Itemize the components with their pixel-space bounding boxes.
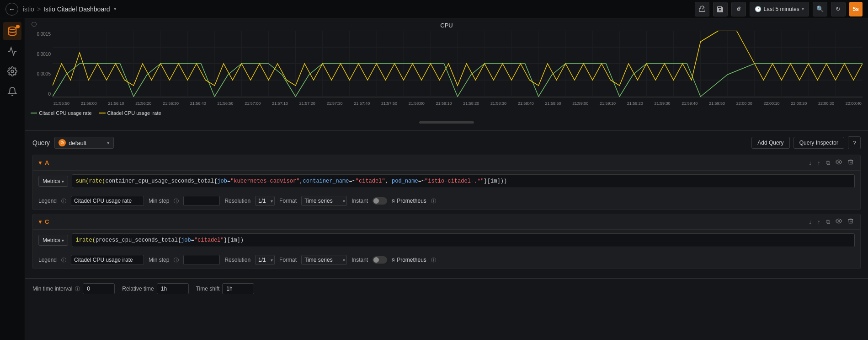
relative-time-input[interactable] (157, 283, 189, 294)
sidebar-item-visualizations[interactable] (3, 42, 21, 60)
chart-info-icon[interactable]: ⓘ (32, 21, 37, 28)
query-c-toggle-visibility[interactable] (834, 217, 844, 227)
query-a-minstep-input[interactable] (183, 196, 220, 206)
query-c-minstep-label: Min step (149, 257, 169, 263)
sidebar-item-alerts[interactable] (3, 82, 21, 101)
query-a-instant-toggle[interactable] (373, 197, 387, 205)
chevron-down-icon: ▾ (802, 6, 804, 11)
query-c-legend-label: Legend (38, 257, 57, 263)
refresh-rate-badge[interactable]: 5s (849, 2, 863, 16)
legend-rate[interactable]: Citadel CPU usage rate (31, 110, 92, 116)
query-c-actions: ↓ ↑ ⧉ (807, 217, 856, 227)
sidebar-item-settings[interactable] (3, 62, 21, 81)
query-c-copy[interactable]: ⧉ (824, 217, 832, 227)
query-a-resolution-select[interactable]: 1/1 1/2 1/3 (255, 196, 275, 206)
query-a-resolution-label: Resolution (224, 198, 250, 204)
expr-a-func: sum(rate( (76, 178, 106, 184)
query-a-metrics-row: Metrics ▾ sum(rate(container_cpu_usage_s… (38, 174, 855, 188)
query-a-legend-info[interactable]: ⓘ (61, 198, 66, 205)
back-button[interactable]: ← (5, 3, 18, 16)
settings-button[interactable] (731, 2, 746, 16)
query-c-move-up[interactable]: ↑ (815, 217, 822, 227)
prom-c-label: Prometheus (397, 257, 426, 263)
time-range-button[interactable]: 🕐 Last 5 minutes ▾ (750, 2, 809, 16)
refresh-button[interactable]: ↻ (831, 2, 846, 16)
query-a-delete[interactable] (846, 158, 856, 167)
prom-a-link-icon: ⎘ (392, 198, 395, 204)
query-c-resolution-select[interactable]: 1/1 1/2 1/3 (255, 255, 275, 265)
query-a-prom-info[interactable]: ⓘ (431, 198, 436, 205)
scrollbar-area[interactable] (31, 119, 863, 125)
bell-icon (7, 86, 17, 97)
svg-point-36 (838, 161, 840, 163)
query-a-datasource-link[interactable]: ⎘ Prometheus (392, 198, 426, 204)
query-c-instant-toggle[interactable] (373, 256, 387, 264)
query-c-format-wrapper: Time series Table (301, 255, 347, 265)
back-icon: ← (9, 5, 15, 13)
query-a-expression[interactable]: sum(rate(container_cpu_usage_seconds_tot… (72, 174, 855, 188)
query-c-legend-input[interactable] (71, 255, 144, 265)
query-a-options: Legend ⓘ Min step ⓘ Resolution 1/1 1/2 1… (38, 196, 855, 206)
chart-svg (53, 31, 863, 97)
query-c-metrics-btn[interactable]: Metrics ▾ (38, 235, 68, 246)
min-time-info[interactable]: ⓘ (75, 286, 80, 292)
svg-point-1 (11, 70, 14, 73)
query-c-datasource-link[interactable]: ⎘ Prometheus (392, 257, 426, 263)
query-c-instant-label: Instant (351, 257, 368, 263)
min-time-input[interactable] (83, 283, 115, 294)
datasource-label: default (69, 140, 86, 146)
metrics-a-arrow: ▾ (62, 179, 64, 184)
query-c-delete[interactable] (846, 217, 856, 227)
chart-icon (7, 46, 17, 56)
breadcrumb-arrow[interactable]: ▾ (114, 6, 117, 12)
query-label: Query ⊙ default ▾ (32, 137, 114, 149)
prom-a-label: Prometheus (397, 198, 426, 204)
query-a-legend-label: Legend (38, 198, 57, 204)
query-c-minstep-info[interactable]: ⓘ (174, 257, 179, 264)
query-c-minstep-input[interactable] (183, 255, 220, 265)
query-inspector-button[interactable]: Query Inspector (793, 137, 844, 149)
share-button[interactable] (695, 2, 709, 16)
query-a-copy[interactable]: ⧉ (824, 158, 832, 167)
breadcrumb-title: Istio Citadel Dashboard (43, 5, 110, 13)
query-a-format-select[interactable]: Time series Table (301, 196, 347, 206)
query-block-a-header: ▼ A ↓ ↑ ⧉ (33, 155, 860, 171)
datasource-selector[interactable]: ⊙ default ▾ (54, 137, 114, 149)
query-block-c: ▼ C ↓ ↑ ⧉ (32, 214, 861, 269)
query-c-toggle-knob (373, 257, 379, 263)
search-button[interactable]: 🔍 (813, 2, 827, 16)
time-shift-input[interactable] (222, 283, 254, 294)
breadcrumb-parent[interactable]: istio (23, 5, 34, 13)
query-a-resolution-wrapper: 1/1 1/2 1/3 (255, 196, 275, 206)
query-a-move-down[interactable]: ↓ (807, 158, 814, 167)
refresh-rate-label: 5s (853, 6, 859, 12)
query-c-expression[interactable]: irate(process_cpu_seconds_total{job="cit… (72, 233, 855, 247)
legend-irate[interactable]: Citadel CPU usage irate (99, 110, 161, 116)
help-button[interactable]: ? (848, 136, 861, 149)
sidebar-item-database[interactable] (3, 22, 21, 40)
bottom-options: Min time interval ⓘ Relative time Time s… (25, 278, 868, 299)
query-a-legend-input[interactable] (71, 196, 144, 206)
breadcrumb: istio > Istio Citadel Dashboard ▾ (23, 5, 117, 13)
query-c-format-select[interactable]: Time series Table (301, 255, 347, 265)
query-a-body: Metrics ▾ sum(rate(container_cpu_usage_s… (33, 171, 860, 210)
query-header-buttons: Add Query Query Inspector ? (751, 136, 861, 149)
save-button[interactable] (713, 2, 728, 16)
time-range-label: Last 5 minutes (764, 6, 799, 12)
query-c-separator (33, 251, 860, 251)
query-a-toggle-visibility[interactable] (834, 158, 844, 167)
query-header: Query ⊙ default ▾ Add Query Query Inspec… (32, 136, 861, 149)
query-c-prom-info[interactable]: ⓘ (431, 257, 436, 264)
min-time-group: Min time interval ⓘ (32, 283, 115, 294)
query-a-collapse[interactable]: ▼ A (37, 159, 49, 166)
add-query-button[interactable]: Add Query (751, 137, 789, 149)
query-c-move-down[interactable]: ↓ (807, 217, 814, 227)
query-a-minstep-label: Min step (149, 198, 169, 204)
database-icon (7, 26, 17, 36)
query-c-collapse[interactable]: ▼ C (37, 218, 49, 225)
query-a-minstep-info[interactable]: ⓘ (174, 198, 179, 205)
query-c-legend-info[interactable]: ⓘ (61, 257, 66, 264)
settings-icon (7, 66, 17, 76)
query-a-metrics-btn[interactable]: Metrics ▾ (38, 176, 68, 187)
query-a-move-up[interactable]: ↑ (815, 158, 822, 167)
